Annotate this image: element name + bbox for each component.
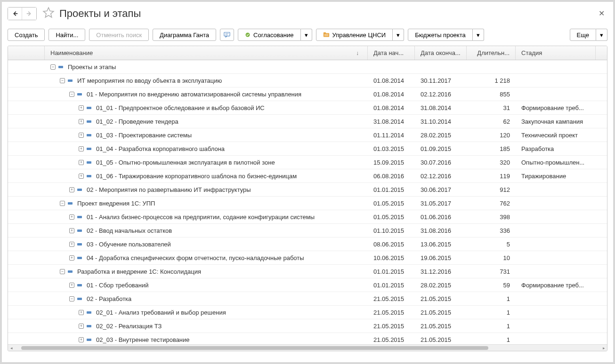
collapse-icon[interactable]: − <box>60 201 65 206</box>
row-name-cell[interactable]: +01 - Анализ бизнес-процессов на предпри… <box>45 210 368 223</box>
scroll-right-icon[interactable]: ▸ <box>600 346 607 350</box>
row-name-cell[interactable]: +03 - Обучение пользователей <box>45 237 368 251</box>
table-row[interactable]: +04 - Доработка специфических форм отчет… <box>8 251 607 265</box>
table-row[interactable]: −01 - Мероприятия по внедрению автоматиз… <box>8 87 607 101</box>
col-name[interactable]: Наименование ↓ <box>45 46 368 60</box>
scroll-thumb[interactable] <box>21 346 488 350</box>
create-button[interactable]: Создать <box>8 29 45 41</box>
table-body[interactable]: −Проекты и этапы−ИТ мероприятия по вводу… <box>8 60 607 344</box>
more-main[interactable]: Еще <box>570 29 596 41</box>
collapse-icon[interactable]: − <box>69 92 74 97</box>
table-row[interactable]: +01 - Анализ бизнес-процессов на предпри… <box>8 210 607 224</box>
row-name-cell[interactable]: +02_01 - Анализ требований и выбор решен… <box>45 306 368 319</box>
more-dropdown[interactable]: Еще ▾ <box>570 29 607 41</box>
table-row[interactable]: +02 - Ввод начальных остатков01.10.20153… <box>8 224 607 237</box>
management-caret[interactable]: ▾ <box>393 29 404 41</box>
approval-caret[interactable]: ▾ <box>301 29 312 41</box>
management-dropdown[interactable]: Управление ЦНСИ ▾ <box>316 29 405 41</box>
collapse-icon[interactable]: − <box>60 269 65 274</box>
approval-dropdown[interactable]: Согласование ▾ <box>238 29 312 41</box>
row-name-cell[interactable]: +01_05 - Опытно-промышленная эксплуатаци… <box>45 156 368 169</box>
forward-button[interactable] <box>22 8 36 20</box>
row-name-cell[interactable]: +01_04 - Разработка корпоративного шабло… <box>45 142 368 155</box>
table-row[interactable]: +02_02 - Реализация ТЗ21.05.201521.05.20… <box>8 319 607 333</box>
row-name-cell[interactable]: −Разработка и внедрение 1С: Консолидация <box>45 265 368 278</box>
favorite-star[interactable] <box>42 7 55 20</box>
table-row[interactable]: +02_01 - Анализ требований и выбор решен… <box>8 306 607 319</box>
expand-icon[interactable]: + <box>79 105 84 111</box>
table-row[interactable]: +01_05 - Опытно-промышленная эксплуатаци… <box>8 156 607 169</box>
table-row[interactable]: +03 - Обучение пользователей08.06.201513… <box>8 237 607 251</box>
row-name-cell[interactable]: +02_03 - Внутренне тестирование <box>45 333 368 344</box>
collapse-icon[interactable]: − <box>69 296 74 301</box>
table-row[interactable]: +01_01 - Предпроектное обследование и вы… <box>8 101 607 115</box>
expand-icon[interactable]: + <box>79 133 84 138</box>
table-row[interactable]: −ИТ мероприятия по вводу объекта в экспл… <box>8 74 607 87</box>
expand-icon[interactable]: + <box>79 119 84 124</box>
scroll-left-icon[interactable]: ◂ <box>8 346 15 350</box>
expand-icon[interactable]: + <box>79 324 84 329</box>
table-row[interactable]: +01_02 - Проведение тендера31.08.201431.… <box>8 115 607 128</box>
expand-icon[interactable]: + <box>69 283 74 288</box>
col-duration[interactable]: Длительн... <box>467 46 516 60</box>
collapse-icon[interactable]: − <box>50 64 56 70</box>
row-name-cell[interactable]: −Проекты и этапы <box>45 60 368 73</box>
row-name-cell[interactable]: +01_03 - Проектирование системы <box>45 128 368 142</box>
arrow-left-icon <box>12 10 18 17</box>
col-date-end[interactable]: Дата оконча... <box>415 46 467 60</box>
table-row[interactable]: −Разработка и внедрение 1С: Консолидация… <box>8 265 607 278</box>
budgets-main[interactable]: Бюджеты проекта <box>408 29 473 41</box>
find-button[interactable]: Найти... <box>49 29 85 41</box>
budgets-caret[interactable]: ▾ <box>473 29 484 41</box>
table-row[interactable]: +01_03 - Проектирование системы01.11.201… <box>8 128 607 142</box>
row-name-cell[interactable]: −ИТ мероприятия по вводу объекта в экспл… <box>45 74 368 87</box>
expand-icon[interactable]: + <box>79 160 84 165</box>
table-row[interactable]: −02 - Разработка21.05.201521.05.20151 <box>8 292 607 306</box>
table-row[interactable]: +02 - Мероприятия по развертыванию ИТ ин… <box>8 183 607 197</box>
table-row[interactable]: −Проект внедрения 1С: УПП01.05.201531.05… <box>8 197 607 210</box>
expand-icon[interactable]: + <box>69 187 74 192</box>
row-name-cell[interactable]: +02 - Ввод начальных остатков <box>45 224 368 237</box>
collapse-icon[interactable]: − <box>60 78 65 83</box>
table-row[interactable]: +02_03 - Внутренне тестирование21.05.201… <box>8 333 607 344</box>
horizontal-scrollbar[interactable]: ◂ ▸ <box>8 344 607 351</box>
toolbar: Создать Найти... Отменить поиск Диаграмм… <box>8 29 607 41</box>
expand-icon[interactable]: + <box>79 337 84 342</box>
budgets-dropdown[interactable]: Бюджеты проекта ▾ <box>408 29 484 41</box>
expand-icon[interactable]: + <box>69 242 74 247</box>
row-name-cell[interactable]: +01 - Сбор требований <box>45 278 368 292</box>
table-row[interactable]: +01 - Сбор требований01.01.201528.02.201… <box>8 278 607 292</box>
table-row[interactable]: −Проекты и этапы <box>8 60 607 74</box>
expand-icon[interactable]: + <box>79 174 84 179</box>
row-duration: 762 <box>467 197 516 210</box>
table-row[interactable]: +01_06 - Тиражирование корпоративного ша… <box>8 169 607 183</box>
row-name-cell[interactable]: +02 - Мероприятия по развертыванию ИТ ин… <box>45 183 368 196</box>
col-stage[interactable]: Стадия <box>516 46 596 60</box>
expand-icon[interactable]: + <box>69 214 74 220</box>
expand-icon[interactable]: + <box>79 146 84 151</box>
comments-button[interactable] <box>220 29 234 41</box>
management-main[interactable]: Управление ЦНСИ <box>316 29 393 41</box>
cancel-search-button[interactable]: Отменить поиск <box>89 29 149 41</box>
svg-rect-0 <box>224 32 230 36</box>
table-row[interactable]: +01_04 - Разработка корпоративного шабло… <box>8 142 607 156</box>
expand-icon[interactable]: + <box>69 228 74 233</box>
row-name-label: 02_03 - Внутренне тестирование <box>96 336 190 343</box>
col-date-start[interactable]: Дата нач... <box>368 46 415 60</box>
back-button[interactable] <box>8 8 22 20</box>
col-prefix[interactable] <box>8 46 45 60</box>
row-name-cell[interactable]: −01 - Мероприятия по внедрению автоматиз… <box>45 87 368 101</box>
row-name-cell[interactable]: −Проект внедрения 1С: УПП <box>45 197 368 210</box>
expand-icon[interactable]: + <box>69 255 74 261</box>
row-name-cell[interactable]: +04 - Доработка специфических форм отчет… <box>45 251 368 264</box>
row-name-cell[interactable]: +02_02 - Реализация ТЗ <box>45 319 368 332</box>
close-button[interactable]: ✕ <box>596 7 607 20</box>
expand-icon[interactable]: + <box>79 310 84 315</box>
more-caret[interactable]: ▾ <box>596 29 607 41</box>
gantt-button[interactable]: Диаграмма Ганта <box>153 29 216 41</box>
row-name-cell[interactable]: −02 - Разработка <box>45 292 368 305</box>
approval-main[interactable]: Согласование <box>238 29 300 41</box>
row-name-cell[interactable]: +01_02 - Проведение тендера <box>45 115 368 128</box>
row-name-cell[interactable]: +01_06 - Тиражирование корпоративного ша… <box>45 169 368 182</box>
row-name-cell[interactable]: +01_01 - Предпроектное обследование и вы… <box>45 101 368 114</box>
